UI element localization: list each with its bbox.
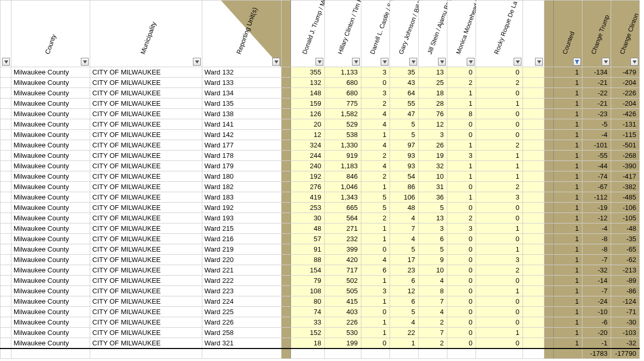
table-row[interactable]: Milwaukee CountyCITY OF MILWAUKEEWard 22… [1, 286, 640, 296]
cell-candidate-1[interactable]: 564 [325, 213, 361, 223]
cell-county[interactable]: Milwaukee County [11, 171, 90, 182]
cell-reporting-unit[interactable]: Ward 177 [202, 140, 282, 151]
cell-municipality[interactable]: CITY OF MILWAUKEE [90, 88, 202, 98]
cell-candidate-0[interactable]: 79 [291, 276, 325, 286]
cell-candidate-1[interactable]: 505 [325, 286, 361, 296]
filter-icon[interactable] [352, 58, 360, 66]
cell-candidate-5[interactable]: 0 [447, 255, 476, 265]
cell-candidate-0[interactable]: 33 [291, 317, 325, 328]
cell-candidate-1[interactable]: 271 [325, 223, 361, 234]
cell-blank2[interactable] [523, 203, 544, 213]
table-row[interactable]: Milwaukee CountyCITY OF MILWAUKEEWard 13… [1, 88, 640, 98]
cell-reporting-unit[interactable]: Ward 132 [202, 67, 282, 78]
cell-summary-1[interactable]: -55 [582, 151, 611, 161]
table-row[interactable]: Milwaukee CountyCITY OF MILWAUKEEWard 17… [1, 161, 640, 171]
cell-candidate-3[interactable]: 106 [390, 192, 419, 203]
cell-candidate-4[interactable]: 76 [419, 109, 447, 119]
cell-candidate-4[interactable]: 5 [419, 244, 447, 255]
cell-blank[interactable] [1, 67, 11, 78]
cell-candidate-3[interactable]: 6 [390, 276, 419, 286]
cell-summary-1[interactable]: -21 [582, 78, 611, 88]
cell-candidate-1[interactable]: 665 [325, 203, 361, 213]
cell-county[interactable]: Milwaukee County [11, 182, 90, 192]
cell-candidate-2[interactable]: 3 [361, 88, 390, 98]
cell-candidate-6[interactable]: 0 [476, 276, 523, 286]
cell-candidate-5[interactable]: 8 [447, 109, 476, 119]
cell-candidate-5[interactable]: 2 [447, 213, 476, 223]
cell-blank[interactable] [1, 234, 11, 244]
cell-summary-1[interactable]: -4 [582, 223, 611, 234]
cell-blank2[interactable] [523, 119, 544, 130]
cell-blank2[interactable] [523, 328, 544, 338]
cell-candidate-6[interactable]: 1 [476, 151, 523, 161]
cell-candidate-6[interactable]: 0 [476, 119, 523, 130]
cell-candidate-3[interactable]: 4 [390, 213, 419, 223]
cell-candidate-5[interactable]: 1 [447, 88, 476, 98]
cell-candidate-1[interactable]: 1,133 [325, 67, 361, 78]
cell-candidate-5[interactable]: 1 [447, 161, 476, 171]
cell-county[interactable]: Milwaukee County [11, 78, 90, 88]
cell-reporting-unit[interactable]: Ward 138 [202, 109, 282, 119]
cell-candidate-0[interactable]: 159 [291, 98, 325, 109]
cell-candidate-2[interactable]: 3 [361, 67, 390, 78]
cell-summary-1[interactable]: -24 [582, 296, 611, 307]
cell-county[interactable]: Milwaukee County [11, 151, 90, 161]
cell-candidate-1[interactable]: 538 [325, 130, 361, 140]
cell-candidate-3[interactable]: 22 [390, 328, 419, 338]
cell-municipality[interactable]: CITY OF MILWAUKEE [90, 328, 202, 338]
cell-summary-2[interactable]: -417 [611, 171, 640, 182]
cell-candidate-3[interactable]: 86 [390, 182, 419, 192]
cell-summary-2[interactable]: -390 [611, 161, 640, 171]
cell-candidate-6[interactable]: 0 [476, 307, 523, 317]
filter-icon[interactable] [315, 58, 323, 66]
cell-candidate-5[interactable]: 0 [447, 244, 476, 255]
cell-candidate-2[interactable]: 1 [361, 223, 390, 234]
cell-municipality[interactable]: CITY OF MILWAUKEE [90, 151, 202, 161]
cell-candidate-2[interactable]: 5 [361, 203, 390, 213]
filter-icon[interactable] [630, 58, 638, 66]
cell-candidate-1[interactable]: 1,343 [325, 192, 361, 203]
cell-county[interactable]: Milwaukee County [11, 130, 90, 140]
cell-summary-2[interactable]: -115 [611, 130, 640, 140]
table-row[interactable]: Milwaukee CountyCITY OF MILWAUKEEWard 22… [1, 307, 640, 317]
table-row[interactable]: Milwaukee CountyCITY OF MILWAUKEEWard 22… [1, 296, 640, 307]
cell-candidate-0[interactable]: 419 [291, 192, 325, 203]
cell-municipality[interactable]: CITY OF MILWAUKEE [90, 192, 202, 203]
cell-candidate-2[interactable]: 4 [361, 140, 390, 151]
cell-candidate-4[interactable]: 12 [419, 119, 447, 130]
cell-summary-0[interactable]: 1 [554, 244, 582, 255]
cell-candidate-6[interactable]: 0 [476, 67, 523, 78]
cell-candidate-2[interactable]: 3 [361, 286, 390, 296]
cell-county[interactable]: Milwaukee County [11, 192, 90, 203]
cell-summary-0[interactable]: 1 [554, 265, 582, 276]
cell-blank2[interactable] [523, 338, 544, 348]
cell-candidate-3[interactable]: 64 [390, 88, 419, 98]
cell-candidate-5[interactable]: 1 [447, 140, 476, 151]
cell-candidate-0[interactable]: 148 [291, 88, 325, 98]
cell-candidate-4[interactable]: 3 [419, 223, 447, 234]
filter-icon[interactable] [2, 58, 10, 66]
cell-summary-2[interactable]: -30 [611, 317, 640, 328]
cell-summary-0[interactable]: 1 [554, 171, 582, 182]
cell-candidate-5[interactable]: 0 [447, 328, 476, 338]
cell-candidate-4[interactable]: 2 [419, 338, 447, 348]
cell-municipality[interactable]: CITY OF MILWAUKEE [90, 119, 202, 130]
cell-candidate-2[interactable]: 5 [361, 192, 390, 203]
cell-reporting-unit[interactable]: Ward 183 [202, 192, 282, 203]
cell-candidate-2[interactable]: 2 [361, 98, 390, 109]
cell-summary-1[interactable]: -19 [582, 203, 611, 213]
cell-blank2[interactable] [523, 151, 544, 161]
cell-candidate-4[interactable]: 7 [419, 296, 447, 307]
cell-candidate-2[interactable]: 0 [361, 307, 390, 317]
cell-municipality[interactable]: CITY OF MILWAUKEE [90, 161, 202, 171]
cell-candidate-4[interactable]: 25 [419, 78, 447, 88]
cell-summary-0[interactable]: 1 [554, 78, 582, 88]
cell-blank[interactable] [1, 203, 11, 213]
cell-county[interactable]: Milwaukee County [11, 286, 90, 296]
cell-summary-2[interactable]: -204 [611, 78, 640, 88]
cell-reporting-unit[interactable]: Ward 133 [202, 78, 282, 88]
cell-candidate-3[interactable]: 7 [390, 223, 419, 234]
cell-candidate-5[interactable]: 0 [447, 203, 476, 213]
cell-candidate-6[interactable]: 1 [476, 161, 523, 171]
filter-icon[interactable] [535, 58, 543, 66]
